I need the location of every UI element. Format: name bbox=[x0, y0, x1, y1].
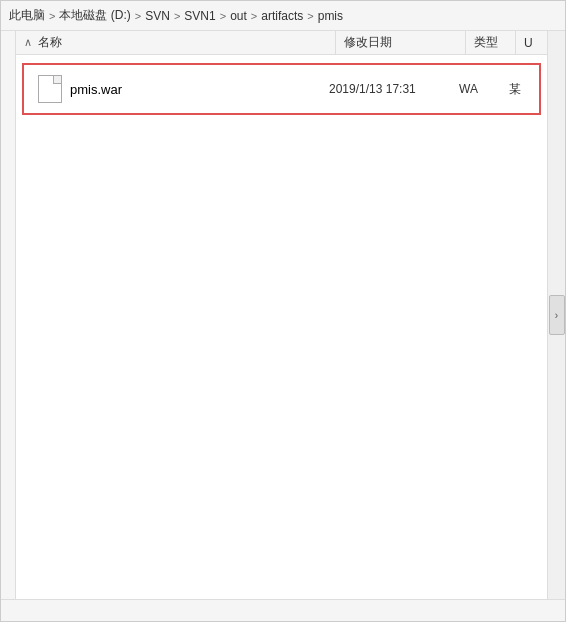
col-name-label: 名称 bbox=[38, 34, 62, 51]
col-type-label: 类型 bbox=[474, 34, 498, 51]
file-icon-area bbox=[34, 75, 66, 103]
breadcrumb-sep-2: > bbox=[174, 10, 180, 22]
table-row[interactable]: pmis.war 2019/1/13 17:31 WA 某 bbox=[26, 67, 537, 111]
file-type: WA bbox=[459, 82, 509, 96]
collapse-button[interactable]: › bbox=[549, 295, 565, 335]
breadcrumb-sep-4: > bbox=[251, 10, 257, 22]
file-date: 2019/1/13 17:31 bbox=[329, 82, 459, 96]
col-header-name[interactable]: ∧ 名称 bbox=[16, 31, 336, 54]
breadcrumb-bar: 此电脑 > 本地磁盘 (D:) > SVN > SVN1 > out > art… bbox=[1, 1, 565, 31]
col-date-label: 修改日期 bbox=[344, 34, 392, 51]
breadcrumb-sep-0: > bbox=[49, 10, 55, 22]
breadcrumb-sep-5: > bbox=[307, 10, 313, 22]
breadcrumb-sep-1: > bbox=[135, 10, 141, 22]
file-list-pane: ∧ 名称 修改日期 类型 U bbox=[16, 31, 547, 599]
breadcrumb-pmis: pmis bbox=[318, 9, 343, 23]
content-area: ∧ 名称 修改日期 类型 U bbox=[1, 31, 565, 599]
col-extra-label: U bbox=[524, 36, 533, 50]
right-panel: › bbox=[547, 31, 565, 599]
breadcrumb-artifacts[interactable]: artifacts bbox=[261, 9, 303, 23]
breadcrumb-out[interactable]: out bbox=[230, 9, 247, 23]
col-header-extra[interactable]: U bbox=[516, 31, 547, 54]
file-list[interactable]: pmis.war 2019/1/13 17:31 WA 某 bbox=[16, 55, 547, 599]
breadcrumb-sep-3: > bbox=[220, 10, 226, 22]
file-explorer-window: 此电脑 > 本地磁盘 (D:) > SVN > SVN1 > out > art… bbox=[0, 0, 566, 622]
status-bar bbox=[1, 599, 565, 621]
breadcrumb-local-disk[interactable]: 本地磁盘 (D:) bbox=[59, 7, 130, 24]
file-extra: 某 bbox=[509, 81, 529, 98]
breadcrumb-svn[interactable]: SVN bbox=[145, 9, 170, 23]
left-nav-pane bbox=[1, 31, 16, 599]
selected-file-border: pmis.war 2019/1/13 17:31 WA 某 bbox=[22, 63, 541, 115]
breadcrumb-this-pc[interactable]: 此电脑 bbox=[9, 7, 45, 24]
file-name: pmis.war bbox=[66, 82, 329, 97]
breadcrumb-svn1[interactable]: SVN1 bbox=[184, 9, 215, 23]
up-arrow: ∧ bbox=[24, 36, 32, 49]
col-header-type[interactable]: 类型 bbox=[466, 31, 516, 54]
column-header: ∧ 名称 修改日期 类型 U bbox=[16, 31, 547, 55]
file-icon bbox=[38, 75, 62, 103]
col-header-date[interactable]: 修改日期 bbox=[336, 31, 466, 54]
